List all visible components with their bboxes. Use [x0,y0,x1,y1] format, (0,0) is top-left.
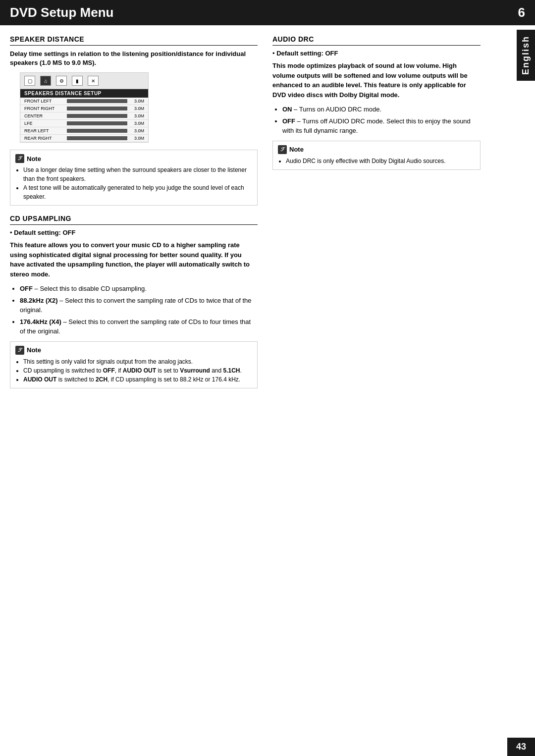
audio-drc-note-list: Audio DRC is only effective with Dolby D… [278,157,475,165]
cd-default-label: Default setting: [14,229,61,236]
cd-upsampling-heading: CD UPSAMPLING [10,215,258,225]
audio-drc-heading: AUDIO DRC [272,35,481,46]
cd-upsampling-bullets: OFF – Select this to disable CD upsampli… [10,284,258,336]
language-tab: English [517,30,535,81]
cd-default-value: OFF [62,229,75,236]
speaker-distance-section: SPEAKER DISTANCE Delay time settings in … [10,35,258,206]
icon-monitor: ▢ [24,76,35,86]
cd-note-list: This setting is only valid for signals o… [15,357,252,384]
setup-table-header: SPEAKERS DISTANCE SETUP [20,89,148,98]
cd-default-setting: • Default setting: OFF [10,229,258,236]
audio-drc-default-value: OFF [325,50,338,57]
cd-upsampling-note: ℱ Note This setting is only valid for si… [10,341,258,388]
page-title: DVD Setup Menu [10,5,113,20]
cd-note-title: ℱ Note [15,346,252,355]
speaker-distance-setup-image: ▢ ♫ ⚙ ▮ ✕ SPEAKERS DISTANCE SETUP FRONT … [20,72,149,143]
speaker-note-list: Use a longer delay time setting when the… [15,165,252,201]
audio-drc-bullet-on: ON – Turns on AUDIO DRC mode. [282,105,481,114]
left-column: SPEAKER DISTANCE Delay time settings in … [10,35,258,393]
speaker-distance-heading: SPEAKER DISTANCE [10,35,258,46]
cd-bullet-882: 88.2kHz (X2) – Select this to convert th… [20,296,258,315]
icon-close: ✕ [88,76,99,86]
cd-note-icon: ℱ [15,346,24,355]
cd-upsampling-section: CD UPSAMPLING • Default setting: OFF Thi… [10,215,258,388]
audio-drc-default-label: Default setting: [276,50,323,57]
bottom-page-number: 43 [507,738,535,756]
right-column: AUDIO DRC • Default setting: OFF This mo… [272,35,481,393]
table-row-rear-right: REAR RIGHT 3.0M [20,135,148,142]
audio-drc-note: ℱ Note Audio DRC is only effective with … [272,141,481,170]
audio-drc-note-title: ℱ Note [278,145,475,154]
audio-drc-body: This mode optimizes playback of sound at… [272,61,481,100]
table-row-lfe: LFE 3.0M [20,120,148,127]
audio-drc-bullets: ON – Turns on AUDIO DRC mode. OFF – Turn… [272,105,481,136]
audio-drc-note-icon: ℱ [278,145,287,154]
cd-bullet-1764: 176.4kHz (X4) – Select this to convert t… [20,317,258,336]
main-content: SPEAKER DISTANCE Delay time settings in … [0,25,535,403]
speaker-distance-intro: Delay time settings in relation to the l… [10,50,258,67]
cd-note-item-2: CD upsampling is switched to OFF, if AUD… [23,366,252,375]
icon-audio: ♫ [40,76,51,86]
cd-note-item-3: AUDIO OUT is switched to 2CH, if CD upsa… [23,375,252,384]
speaker-note-title: ℱ Note [15,154,252,163]
table-row-front-right: FRONT RIGHT 3.0M [20,105,148,112]
icon-video: ▮ [72,76,83,86]
cd-bullet-off: OFF – Select this to disable CD upsampli… [20,284,258,294]
table-row-center: CENTER 3.0M [20,112,148,120]
table-row-front-left: FRONT LEFT 3.0M [20,98,148,105]
speaker-distance-note: ℱ Note Use a longer delay time setting w… [10,150,258,206]
audio-drc-default-setting: • Default setting: OFF [272,50,481,57]
table-row-rear-left: REAR LEFT 3.0M [20,127,148,135]
header-page-number: 6 [518,5,525,20]
cd-note-item-1: This setting is only valid for signals o… [23,357,252,366]
cd-upsampling-body: This feature allows you to convert your … [10,240,258,279]
speaker-note-item-2: A test tone will be automatically genera… [23,183,252,201]
audio-drc-note-item-1: Audio DRC is only effective with Dolby D… [286,157,475,165]
header-bar: DVD Setup Menu 6 [0,0,535,25]
setup-icon-row: ▢ ♫ ⚙ ▮ ✕ [20,73,148,89]
audio-drc-bullet-off: OFF – Turns off AUDIO DRC mode. Select t… [282,116,481,136]
icon-settings: ⚙ [56,76,67,86]
audio-drc-section: AUDIO DRC • Default setting: OFF This mo… [272,35,481,170]
note-icon: ℱ [15,154,24,163]
speaker-note-item-1: Use a longer delay time setting when the… [23,165,252,183]
